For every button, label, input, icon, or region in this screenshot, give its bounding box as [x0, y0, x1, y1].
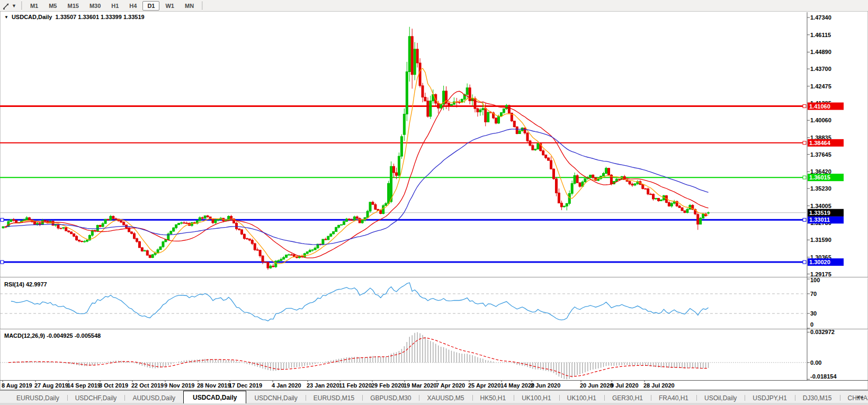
chart-tab-fra40-h1[interactable]: FRA40,H1 [651, 392, 696, 403]
svg-text:17 Dec 2019: 17 Dec 2019 [229, 382, 262, 389]
line-studies-icon[interactable] [1, 1, 12, 10]
svg-text:9 Jul 2020: 9 Jul 2020 [611, 382, 639, 389]
svg-text:100: 100 [810, 277, 820, 283]
svg-text:22 Oct 2019: 22 Oct 2019 [131, 382, 164, 389]
chart-tab-eurusd-m15[interactable]: EURUSD,M15 [306, 392, 362, 403]
chart-tab-hk50-h1[interactable]: HK50,H1 [472, 392, 514, 403]
timeframe-buttons: M1M5M15M30H1H4D1W1MN [25, 0, 199, 11]
svg-text:70: 70 [810, 291, 817, 297]
svg-text:1.38464: 1.38464 [809, 140, 831, 146]
timeframe-button-m15[interactable]: M15 [62, 1, 83, 11]
svg-text:1.36015: 1.36015 [809, 174, 830, 181]
svg-text:1.37645: 1.37645 [810, 151, 831, 158]
chart-tab-uk100-h1[interactable]: UK100,H1 [514, 392, 559, 403]
svg-text:9 Nov 2019: 9 Nov 2019 [164, 382, 194, 389]
svg-text:20 Jun 2020: 20 Jun 2020 [580, 382, 613, 389]
chart-tab-xauusd-m5[interactable]: XAUUSD,M5 [419, 392, 472, 403]
timeframe-button-w1[interactable]: W1 [160, 1, 179, 11]
chart-collapse-icon[interactable]: ▼ [4, 15, 8, 20]
svg-text:0.032972: 0.032972 [810, 329, 835, 335]
toolbar-grip[interactable] [21, 2, 22, 10]
svg-text:1.41060: 1.41060 [809, 103, 830, 110]
timeframe-button-mn[interactable]: MN [180, 1, 199, 11]
svg-text:1.29175: 1.29175 [810, 271, 831, 277]
svg-text:1.30020: 1.30020 [809, 259, 830, 265]
chart-tab-audusd-daily[interactable]: AUDUSD,Daily [124, 392, 183, 403]
chart-tabs: EURUSD,DailyUSDCHF,DailyAUDUSD,DailyUSDC… [0, 391, 868, 403]
timeframe-button-m1[interactable]: M1 [25, 1, 43, 11]
svg-text:14 May 2020: 14 May 2020 [500, 382, 534, 389]
timeframe-button-m5[interactable]: M5 [44, 1, 61, 11]
timeframe-button-h4[interactable]: H4 [124, 1, 141, 11]
svg-text:1.33519: 1.33519 [809, 210, 830, 216]
svg-text:1.46115: 1.46115 [810, 32, 831, 38]
chart-tab-usdchf-daily[interactable]: USDCHF,Daily [67, 392, 125, 403]
status-strip [0, 403, 868, 405]
svg-text:28 Nov 2019: 28 Nov 2019 [197, 382, 231, 389]
chart-tab-gbpusd-m30[interactable]: GBPUSD,M30 [362, 392, 419, 403]
svg-text:1.34005: 1.34005 [810, 203, 831, 209]
svg-text:7 Apr 2020: 7 Apr 2020 [436, 382, 465, 389]
toolbar: ▼ M1M5M15M30H1H4D1W1MN [0, 0, 868, 12]
svg-text:1.31590: 1.31590 [810, 237, 831, 243]
svg-text:14 Sep 2019: 14 Sep 2019 [67, 382, 101, 389]
chart-ohlc-values: 1.33507 1.33601 1.33399 1.33519 [55, 14, 144, 20]
svg-text:1.33011: 1.33011 [809, 217, 830, 223]
chart-tab-usdcad-daily[interactable]: USDCAD,Daily [183, 391, 246, 403]
svg-text:27 Aug 2019: 27 Aug 2019 [34, 382, 68, 389]
svg-text:28 Jul 2020: 28 Jul 2020 [643, 382, 675, 389]
svg-text:3 Oct 2019: 3 Oct 2019 [99, 382, 128, 389]
chart-canvas[interactable]: 1.473401.461151.448901.437001.424751.412… [0, 11, 868, 390]
chart-tab-uk100-h1[interactable]: UK100,H1 [559, 392, 604, 403]
svg-text:1.35230: 1.35230 [810, 185, 831, 192]
chart-tab-usdcnh-daily[interactable]: USDCNH,Daily [246, 392, 305, 403]
svg-text:1.40060: 1.40060 [810, 117, 831, 123]
svg-text:1.44890: 1.44890 [810, 49, 831, 55]
timeframe-button-m30[interactable]: M30 [85, 1, 105, 11]
svg-text:1.43700: 1.43700 [810, 66, 831, 72]
svg-text:1.42475: 1.42475 [810, 83, 831, 89]
timeframe-button-h1[interactable]: H1 [106, 1, 123, 11]
svg-text:4 Jan 2020: 4 Jan 2020 [272, 382, 301, 389]
chart-window: ▼USDCAD,Daily 1.33507 1.33601 1.33399 1.… [0, 11, 868, 390]
chart-tab-dj30-m15[interactable]: DJ30,M15 [795, 392, 840, 403]
svg-text:29 Feb 2020: 29 Feb 2020 [371, 382, 404, 389]
svg-text:0: 0 [810, 321, 813, 328]
svg-text:19 Mar 2020: 19 Mar 2020 [404, 382, 436, 389]
toolbar-grip-2[interactable] [202, 2, 203, 10]
timeframe-button-d1[interactable]: D1 [142, 1, 159, 11]
svg-text:11 Feb 2020: 11 Feb 2020 [339, 382, 372, 389]
svg-text:-0.018154: -0.018154 [810, 373, 837, 380]
chart-symbol-label: USDCAD,Daily [12, 14, 52, 20]
macd-indicator-label: MACD(12,26,9) -0.004925 -0.005548 [4, 332, 101, 339]
chart-tab-eurusd-daily[interactable]: EURUSD,Daily [8, 392, 67, 403]
svg-text:25 Apr 2020: 25 Apr 2020 [468, 382, 500, 389]
toolbar-dropdown-icon[interactable]: ▼ [12, 3, 19, 8]
chart-tab-usoil-daily[interactable]: USOil,Daily [696, 392, 745, 403]
svg-text:23 Jan 2020: 23 Jan 2020 [307, 382, 339, 389]
tabs-scroll-right-icon[interactable]: ▸ [861, 394, 866, 400]
svg-text:1.47340: 1.47340 [810, 14, 831, 21]
chart-title[interactable]: ▼USDCAD,Daily 1.33507 1.33601 1.33399 1.… [4, 14, 145, 20]
svg-text:30: 30 [810, 310, 817, 317]
svg-text:2 Jun 2020: 2 Jun 2020 [531, 382, 560, 389]
svg-text:0.00: 0.00 [810, 359, 821, 366]
chart-tab-ger30-h1[interactable]: GER30,H1 [604, 392, 651, 403]
svg-text:8 Aug 2019: 8 Aug 2019 [2, 382, 32, 389]
rsi-indicator-label: RSI(14) 42.9977 [4, 281, 47, 287]
tabs-scroll-left-icon[interactable]: ◂ [856, 394, 861, 400]
chart-tab-usdjpy-h1[interactable]: USDJPY,H1 [745, 392, 794, 403]
